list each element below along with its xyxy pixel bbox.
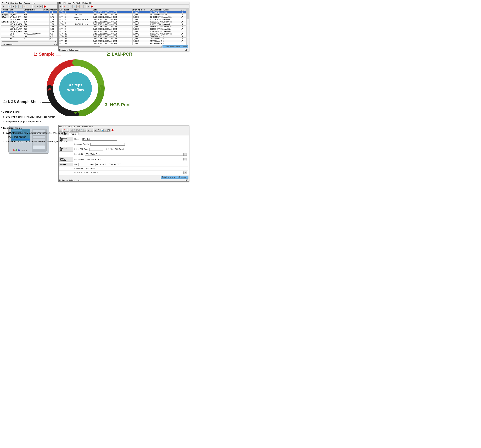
menu-tools[interactable]: Tools: [19, 2, 23, 4]
row-label-cell: Project: [1, 11, 9, 14]
table-row[interactable]: ET#42.11Oct 1, 2013 12:00:00 AM CEST1,00…: [59, 35, 186, 37]
table-cell: [73, 11, 92, 14]
menu-edit-r[interactable]: Edit: [63, 2, 66, 4]
toolbar-r-4[interactable]: ✕: [70, 5, 73, 8]
table-row[interactable]: U18_3L9_ARSA2501.691,000MONKEY BRAIN LV …: [1, 28, 58, 30]
table-row[interactable]: U6_2L8_GFP2501.781,000MONKEY BRAIN LV TR…: [1, 18, 58, 21]
table-row[interactable]: ET#42.6LAM-PCR 2nd expOct 1, 2013 12:00:…: [59, 23, 186, 26]
pool-details-input[interactable]: [85, 167, 119, 170]
toolbar-r-8[interactable]: ⬆: [83, 5, 86, 8]
menu-file-r[interactable]: File: [59, 2, 62, 4]
menu-view-r[interactable]: View: [68, 2, 71, 4]
table-row[interactable]: ProjectU1_78652501.41,000MONKEY BRAIN LV…: [1, 11, 58, 14]
toolbar-btn-9[interactable]: ⬆: [29, 5, 32, 8]
table-row[interactable]: CEM41000.01,000MONKEY BRAIN LV TREATED 1…: [1, 35, 58, 37]
table-row[interactable]: ET#42.9Oct 1, 2013 12:00:00 AM CEST1,000…: [59, 30, 186, 33]
toolbar-btn-5[interactable]: 🔍: [15, 5, 19, 8]
row-label-cell: [1, 37, 9, 40]
toolbar-btn-10[interactable]: ⬇: [33, 5, 36, 8]
menu-view[interactable]: View: [10, 2, 14, 4]
col-experiment: Experiment: [59, 9, 73, 11]
table-cell: [73, 21, 92, 23]
table-row[interactable]: ET#42.12Oct 1, 2013 12:00:00 AM CEST1,00…: [59, 37, 186, 40]
table-cell: 1.69: [50, 28, 57, 30]
table-row[interactable]: ET#42.5Oct 1, 2013 12:00:00 AM CEST1,000…: [59, 21, 186, 23]
toolbar-r-5[interactable]: 🔍: [73, 5, 76, 8]
date-input[interactable]: [96, 163, 130, 166]
toolbar-r-6[interactable]: 📋: [76, 5, 80, 8]
table-row[interactable]: ET#42.8Oct 1, 2013 12:00:00 AM CEST1,000…: [59, 28, 186, 30]
menu-window[interactable]: Window: [24, 2, 30, 4]
table-row[interactable]: ET#42.1Oct 1, 2013 12:00:00 AM CEST1,000…: [59, 11, 186, 14]
table-cell: CTRL-: [9, 33, 23, 35]
close-button-r[interactable]: [91, 6, 93, 7]
table-cell: LA: [180, 42, 186, 45]
top-left-menubar[interactable]: File Edit View Go Tools Window Help: [1, 2, 57, 5]
menu-edit[interactable]: Edit: [6, 2, 9, 4]
table-row[interactable]: DNAU7_3L19_GFP2501.751,000MONKEY BRAIN L…: [1, 16, 58, 18]
table-row[interactable]: ET#42.13Oct 1, 2013 12:00:00 AM CEST1,00…: [59, 40, 186, 42]
toolbar-r-3[interactable]: 📄: [66, 5, 69, 8]
mix-input[interactable]: [78, 163, 87, 166]
table-cell: 1,000.0: [133, 23, 149, 26]
status-left: Data requeried: [2, 44, 13, 45]
table-row[interactable]: U17_3L5_ARSA2501.561,000MONKEY BRAIN LV …: [1, 23, 58, 26]
table-row[interactable]: ET#42.14Oct 1, 2013 12:00:00 AM CEST1,00…: [59, 42, 186, 45]
table-row[interactable]: ET#42.3LinearOct 1, 2013 12:00:00 AM CES…: [59, 16, 186, 18]
table-row[interactable]: SampleU8_4L7_GFP2501.791,000MONKEY BRAIN…: [1, 21, 58, 23]
toolbar-r-9[interactable]: ⬇: [87, 5, 90, 8]
toolbar-r-7[interactable]: 🏠: [80, 5, 83, 8]
table-row[interactable]: ET#42.7Oct 1, 2013 12:00:00 AM CEST1,000…: [59, 26, 186, 28]
table-row[interactable]: ET#42.4LAM-PCR 1st expOct 1, 2013 12:00:…: [59, 18, 186, 21]
toolbar-btn-6[interactable]: 🔍: [19, 5, 22, 8]
toolbar-btn-3[interactable]: 📄: [9, 5, 12, 8]
toolbar-btn-2[interactable]: ❓: [5, 5, 8, 8]
table-row[interactable]: ET#42.10Oct 1, 2013 12:00:00 AM CEST1,00…: [59, 33, 186, 35]
top-right-menubar[interactable]: File Edit View Go Tools Window Help: [59, 2, 189, 5]
table-cell: 1,000.0: [133, 21, 149, 23]
lam-pcr-dropdown[interactable]: ET#44.3 ▼: [90, 171, 187, 174]
table-row[interactable]: ET#42.2LAM-PCROct 1, 2013 12:00:00 AM CE…: [59, 14, 186, 16]
toolbar-btn-11[interactable]: ⬛: [36, 5, 39, 8]
menu-file[interactable]: File: [2, 2, 4, 4]
toolbar-btn-4[interactable]: ✕: [12, 5, 15, 8]
barcode-lc-row: BarcodeLC Primer PCR Conc Primer PCR Res…: [59, 146, 188, 152]
table-cell: 1,000.0: [133, 30, 149, 33]
table-row[interactable]: CTRL-767.0599999999999950.01,000MONKEY B…: [1, 33, 58, 35]
close-button-br[interactable]: [112, 129, 113, 131]
row-label-cell: [1, 23, 9, 26]
table-row[interactable]: U18_6L8_ARSA2501.661,000MONKEY BRAIN LV …: [1, 30, 58, 33]
dropdown-arrow-lam[interactable]: ▼: [183, 171, 187, 174]
toolbar-r-2[interactable]: ❓: [63, 5, 66, 8]
barcode-ltr-dropdown[interactable]: FB-P5-Rd1-LTR.22 ▼: [86, 158, 187, 161]
row-label-cell: Sample: [1, 21, 9, 23]
table-row[interactable]: SubjectUT_83712501.671,000MONKEY BRAIN L…: [1, 14, 58, 16]
close-button[interactable]: [44, 6, 46, 7]
table-cell: U1_7865: [9, 11, 23, 14]
bullet-diamond-1: ❖: [3, 115, 4, 119]
toolbar-r-1[interactable]: ⬅: [59, 5, 62, 8]
barcode-lc-dropdown[interactable]: FB-P7-Rd2-LC.16 ▼: [85, 153, 187, 156]
table-cell: 0.0: [50, 35, 57, 37]
table-cell: 1,000.0: [133, 37, 149, 40]
table-cell: 1.4: [50, 11, 57, 14]
svg-point-21: [13, 149, 15, 151]
menu-go[interactable]: Go: [15, 2, 17, 4]
menu-help[interactable]: Help: [32, 2, 35, 4]
menu-help-r[interactable]: Help: [89, 2, 93, 4]
menu-window-r[interactable]: Window: [82, 2, 88, 4]
table-cell: 1,000.0: [133, 33, 149, 35]
table-row[interactable]: U17_6L7_ARSA2501.621,000MONKEY BRAIN LV …: [1, 26, 58, 28]
toolbar-btn-7[interactable]: 📋: [22, 5, 25, 8]
table-row[interactable]: H2O00.00MONKEY BRAIN LV TREATED 1... GRI…: [1, 37, 58, 40]
dropdown-arrow-ltr[interactable]: ▼: [183, 158, 187, 161]
menu-go-r[interactable]: Go: [73, 2, 75, 4]
dropdown-arrow-lc[interactable]: ▼: [183, 153, 187, 155]
toolbar-btn-12[interactable]: 🔲: [39, 5, 43, 8]
primer-pcr-conc-input[interactable]: [89, 148, 103, 151]
table-cell: ET#42.14: [59, 42, 73, 45]
toolbar-btn-1[interactable]: ⬅: [2, 5, 5, 8]
menu-tools-r[interactable]: Tools: [76, 2, 80, 4]
primer-pcr-result-checkbox[interactable]: [106, 148, 109, 150]
toolbar-btn-8[interactable]: 🏠: [26, 5, 29, 8]
